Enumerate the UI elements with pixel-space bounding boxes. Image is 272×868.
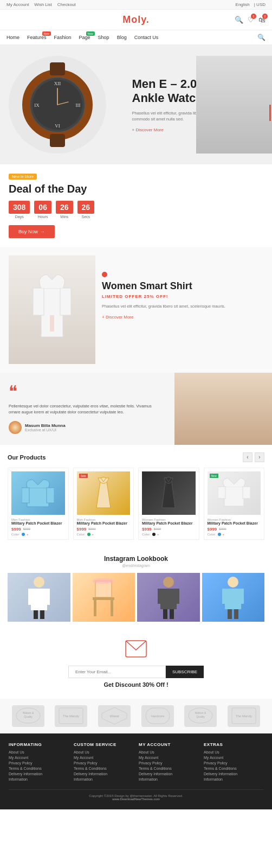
footer-link-4-2[interactable]: My Account [204, 756, 263, 760]
color-more-4[interactable]: + [223, 533, 225, 536]
hero-discover-link[interactable]: + Discover More [132, 127, 164, 132]
nav-contact[interactable]: Contact Us [134, 35, 159, 40]
cart-icon[interactable]: 🛍 2 [258, 16, 265, 24]
wish-list-link[interactable]: Wish List [34, 2, 51, 7]
color-more-2[interactable]: + [92, 533, 94, 536]
hero-sub-image [196, 56, 272, 154]
tshirt-svg [218, 477, 250, 509]
instagram-image-3[interactable] [137, 573, 200, 622]
footer-url[interactable]: www.DownloadNewThemes.com [112, 797, 160, 801]
footer-link-2-6[interactable]: Information [74, 777, 133, 781]
footer-link-2-3[interactable]: Privacy Policy [74, 761, 133, 765]
currency-selector[interactable]: | USD [254, 2, 265, 7]
footer-link-1-6[interactable]: Information [9, 777, 68, 781]
product-price-new-2: $999 [77, 527, 87, 532]
svg-text:VI: VI [55, 123, 60, 129]
svg-rect-14 [50, 315, 54, 331]
svg-rect-36 [163, 609, 167, 619]
footer-link-1-5[interactable]: Delivery Information [9, 772, 68, 776]
color-label-3: Color: [142, 533, 151, 536]
my-account-link[interactable]: My Account [7, 2, 29, 7]
color-swatch-2[interactable] [87, 533, 90, 536]
site-footer: INFORMATING About Us My Account Privacy … [0, 733, 272, 809]
nav-features[interactable]: Features New [27, 35, 47, 40]
color-label-1: Color: [11, 533, 20, 536]
instagram-image-4[interactable] [202, 573, 265, 622]
product-price-row-1: $999 $999 [11, 527, 65, 532]
footer-link-2-1[interactable]: About Us [74, 750, 133, 754]
next-arrow-button[interactable]: › [255, 452, 264, 462]
svg-rect-29 [94, 600, 96, 616]
svg-rect-18 [224, 487, 244, 506]
instagram-image-1[interactable] [8, 573, 70, 622]
footer-link-3-1[interactable]: About Us [139, 750, 198, 754]
svg-rect-35 [174, 589, 179, 604]
shirt-image [9, 256, 95, 364]
svg-rect-42 [228, 609, 232, 619]
prev-arrow-button[interactable]: ‹ [243, 452, 252, 462]
instagram-image-2[interactable] [73, 573, 135, 622]
footer-col-title-1: INFORMATING [9, 742, 68, 747]
insta-chair-svg [87, 576, 120, 619]
search-icon[interactable]: 🔍 [235, 16, 243, 24]
footer-link-3-3[interactable]: Privacy Policy [139, 761, 198, 765]
svg-text:Ribbon &: Ribbon & [195, 711, 206, 714]
footer-link-1-4[interactable]: Terms & Conditions [9, 767, 68, 770]
nav-page[interactable]: Page New [79, 35, 90, 40]
footer-link-3-4[interactable]: Terms & Conditions [139, 767, 198, 770]
brand-4: Hardcore [141, 705, 174, 727]
checkout-link[interactable]: Checkout [57, 2, 76, 7]
footer-col-title-4: EXTRAS [204, 742, 263, 747]
language-selector[interactable]: English [236, 2, 250, 7]
svg-rect-28 [93, 597, 114, 600]
new-in-store-badge: New in Store [9, 174, 37, 180]
product-card-2: Sale Men Fashion Military Patch Pocket B… [73, 468, 134, 540]
svg-rect-30 [111, 600, 113, 616]
nav-search-icon[interactable]: 🔍 [257, 34, 265, 41]
footer-link-3-6[interactable]: Information [139, 777, 198, 781]
footer-link-4-4[interactable]: Terms & Conditions [204, 767, 263, 770]
wishlist-icon[interactable]: ♡ 1 [248, 16, 254, 24]
color-swatch-1[interactable] [22, 533, 25, 536]
buy-now-button[interactable]: Buy Now → [9, 225, 55, 238]
svg-point-32 [163, 577, 174, 588]
footer-link-3-5[interactable]: Delivery Information [139, 772, 198, 776]
watch-display: XII III VI IX [9, 56, 106, 154]
footer-link-4-6[interactable]: Information [204, 777, 263, 781]
footer-link-4-3[interactable]: Privacy Policy [204, 761, 263, 765]
footer-link-1-1[interactable]: About Us [9, 750, 68, 754]
footer-link-1-2[interactable]: My Account [9, 756, 68, 760]
footer-link-2-4[interactable]: Terms & Conditions [74, 767, 133, 770]
footer-link-4-5[interactable]: Delivery Information [204, 772, 263, 776]
nav-fashion[interactable]: Fashion [54, 35, 72, 40]
product-color-row-4: Color: + [208, 533, 261, 536]
svg-rect-26 [40, 610, 44, 619]
email-input[interactable] [68, 666, 166, 678]
svg-text:Witeat: Witeat [110, 714, 119, 718]
top-bar-left: My Account Wish List Checkout [7, 2, 76, 7]
top-bar: My Account Wish List Checkout English | … [0, 0, 272, 10]
footer-link-3-2[interactable]: My Account [139, 756, 198, 760]
footer-link-4-1[interactable]: About Us [204, 750, 263, 754]
site-logo[interactable]: Moly. [122, 14, 150, 25]
brands-section: Ribbon & Quality The Mandy Witeat Hardco… [0, 699, 272, 733]
nav-shop[interactable]: Shop [98, 35, 109, 40]
footer-link-2-5[interactable]: Delivery Information [74, 772, 133, 776]
color-swatch-3[interactable] [152, 533, 156, 536]
nav-blog[interactable]: Blog [117, 35, 127, 40]
product-badge-sale-2: Sale [79, 474, 88, 478]
footer-link-2-2[interactable]: My Account [74, 756, 133, 760]
color-swatch-4[interactable] [218, 533, 221, 536]
footer-link-1-3[interactable]: Privacy Policy [9, 761, 68, 765]
svg-point-21 [34, 577, 44, 588]
shirt-discover-link[interactable]: + Discover More [102, 315, 133, 320]
product-price-old-4: $999 [219, 527, 226, 531]
nav-home[interactable]: Home [7, 35, 20, 40]
svg-rect-37 [170, 609, 174, 619]
color-more-1[interactable]: + [27, 533, 29, 536]
subscribe-button[interactable]: SUBSCRIBE [166, 666, 204, 678]
product-image-4: New [208, 471, 261, 515]
shirt-description: Phasellus vel elit efficitur, gravida li… [102, 303, 263, 309]
color-more-3[interactable]: + [157, 533, 159, 536]
author-role: Exclusive at UX/UI [25, 428, 66, 432]
